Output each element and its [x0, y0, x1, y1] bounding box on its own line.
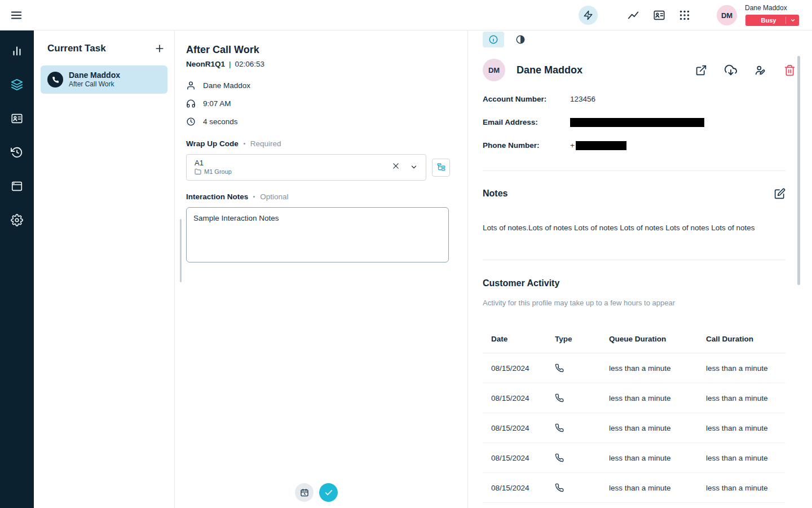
user-name: Dane Maddox [745, 4, 787, 12]
info-circle-icon [488, 34, 498, 45]
activity-row[interactable]: 08/15/2024 less than a minute less than … [483, 443, 785, 473]
add-task-button[interactable] [154, 43, 165, 54]
call-duration-cell: less than a minute [706, 424, 785, 432]
id-card-icon [11, 112, 23, 125]
edit-contact-button[interactable] [754, 64, 766, 76]
activity-date: 08/15/2024 [483, 484, 555, 492]
sidebar-item-history[interactable] [0, 139, 34, 166]
interaction-notes-optional: Optional [260, 192, 288, 201]
download-contact-button[interactable] [725, 64, 737, 76]
complete-task-button[interactable] [319, 483, 338, 502]
queue-duration-cell: less than a minute [609, 394, 706, 402]
current-task-panel: Current Task Dane Maddox After Call Work [34, 30, 175, 508]
meta-contact-name: Dane Maddox [203, 81, 250, 90]
email-label: Email Address: [483, 118, 570, 126]
column-header-queue-duration: Queue Duration [609, 335, 706, 343]
call-meta: Dane Maddox 9:07 AM 4 seconds [186, 76, 467, 130]
external-link-icon [695, 64, 707, 76]
wrap-up-select[interactable]: A1 M1 Group [186, 154, 426, 181]
user-avatar[interactable]: DM [717, 5, 737, 25]
email-row: Email Address: [483, 111, 785, 134]
folder-icon [195, 168, 201, 175]
redaction-bar [576, 141, 626, 150]
sidebar-item-tasks[interactable] [0, 71, 34, 98]
call-type-cell [555, 364, 609, 373]
activity-row[interactable]: 08/15/2024 less than a minute less than … [483, 473, 785, 503]
phone-icon [555, 364, 609, 373]
select-chevron-button[interactable] [410, 163, 418, 171]
meta-duration: 4 seconds [203, 117, 238, 126]
phone-icon [52, 76, 59, 84]
activity-table-body: 08/15/2024 less than a minute less than … [483, 353, 785, 503]
call-duration-cell: less than a minute [706, 394, 785, 402]
contact-profile-panel: DM Dane Maddox [468, 30, 812, 508]
menu-icon[interactable] [10, 9, 23, 21]
phone-icon [555, 483, 609, 492]
contacts-button[interactable] [653, 9, 665, 21]
edit-pencil-icon [774, 188, 785, 199]
customer-activity-title: Customer Activity [483, 278, 812, 288]
tree-list-icon [436, 163, 446, 172]
reporting-button[interactable] [627, 9, 639, 21]
call-duration-cell: less than a minute [706, 454, 785, 462]
bullet-dot [253, 196, 255, 198]
sidebar-item-dashboard[interactable] [0, 37, 34, 64]
history-icon [11, 146, 23, 159]
bullet-dot [244, 143, 245, 144]
close-icon [392, 162, 400, 170]
acw-title: After Call Work [186, 44, 467, 56]
activity-table: Date Type Queue Duration Call Duration 0… [483, 325, 785, 503]
status-dropdown[interactable]: Busy [745, 15, 799, 26]
acw-subtitle: NeonR1Q1 | 02:06:53 [186, 60, 467, 68]
sidebar-item-settings[interactable] [0, 207, 34, 234]
activity-row[interactable]: 08/15/2024 less than a minute less than … [483, 353, 785, 383]
tab-contact-info[interactable] [483, 32, 504, 47]
activity-row[interactable]: 08/15/2024 less than a minute less than … [483, 383, 785, 413]
task-state: After Call Work [69, 80, 120, 89]
gear-icon [11, 214, 23, 226]
dialpad-button[interactable] [678, 9, 691, 21]
interaction-notes-input[interactable]: Sample Interaction Notes [186, 207, 449, 262]
edit-notes-button[interactable] [774, 188, 785, 199]
line-chart-icon [627, 9, 639, 21]
activity-row[interactable]: 08/15/2024 less than a minute less than … [483, 413, 785, 443]
pipe-separator: | [229, 60, 231, 68]
activity-table-header: Date Type Queue Duration Call Duration [483, 325, 785, 353]
section-divider [483, 260, 785, 260]
lightning-button[interactable] [579, 6, 598, 25]
tab-journey[interactable] [510, 32, 531, 47]
queue-duration-cell: less than a minute [609, 484, 706, 492]
contact-name: Dane Maddox [517, 64, 582, 76]
open-contact-button[interactable] [695, 64, 707, 76]
scrollbar-thumb[interactable] [797, 56, 800, 285]
meta-start-time: 9:07 AM [203, 99, 231, 108]
sidebar-item-contacts[interactable] [0, 105, 34, 132]
after-call-work-panel: After Call Work NeonR1Q1 | 02:06:53 Dane… [175, 30, 468, 508]
activity-date: 08/15/2024 [483, 394, 555, 402]
queue-duration-cell: less than a minute [609, 424, 706, 432]
phone-icon [555, 393, 609, 402]
wrap-up-label: Wrap Up Code [186, 139, 239, 148]
status-label: Busy [745, 17, 785, 24]
chevron-down-icon [786, 17, 799, 23]
schedule-callback-button[interactable] [295, 483, 314, 502]
task-avatar [47, 72, 63, 87]
scrollbar-thumb[interactable] [180, 219, 182, 282]
sidebar-item-browser[interactable] [0, 173, 34, 200]
lightning-icon [583, 10, 593, 20]
activity-date: 08/15/2024 [483, 424, 555, 432]
column-header-type: Type [555, 335, 609, 343]
clear-selection-button[interactable] [392, 162, 400, 170]
dialpad-icon [678, 9, 691, 21]
wrap-up-required: Required [250, 139, 281, 148]
wrap-up-tree-button[interactable] [432, 159, 450, 177]
wrap-up-value: A1 [195, 159, 386, 168]
account-number-row: Account Number: 123456 [483, 87, 785, 111]
redaction-bar [570, 118, 704, 127]
delete-contact-button[interactable] [784, 64, 796, 76]
notes-text: Lots of notes.Lots of notes Lots of note… [483, 223, 785, 233]
activity-date: 08/15/2024 [483, 364, 555, 373]
app-root: DM Dane Maddox Busy [0, 0, 812, 508]
column-header-date: Date [483, 335, 555, 343]
task-list-item[interactable]: Dane Maddox After Call Work [41, 65, 167, 94]
